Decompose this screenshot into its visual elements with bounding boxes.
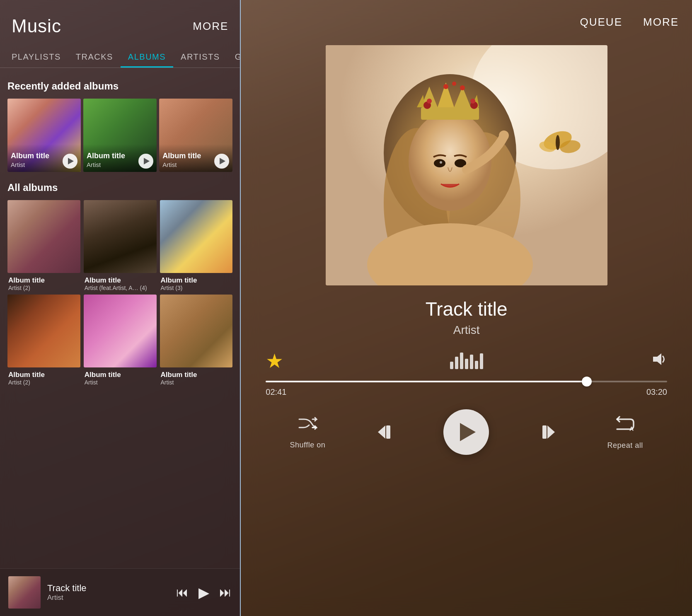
recent-album-3[interactable]: Album title Artist bbox=[159, 99, 232, 172]
time-row: 02:41 03:20 bbox=[266, 387, 667, 397]
svg-point-13 bbox=[443, 84, 448, 89]
album-8-artist: Artist bbox=[85, 379, 156, 386]
mini-player-thumb bbox=[8, 576, 41, 609]
playback-controls: Shuffle on bbox=[241, 401, 692, 467]
recent-album-1[interactable]: Album title Artist bbox=[7, 99, 81, 172]
album-art-container bbox=[241, 37, 692, 285]
album-7-name: Album title bbox=[8, 371, 80, 379]
vis-bar-3 bbox=[460, 353, 463, 369]
album-6-name: Album title bbox=[161, 276, 232, 285]
left-panel: Music MORE PLAYLISTS TRACKS ALBUMS ARTIS… bbox=[0, 0, 240, 616]
play-icon bbox=[460, 423, 476, 441]
svg-point-16 bbox=[434, 159, 445, 167]
shuffle-svg bbox=[298, 415, 317, 432]
vis-bar-4 bbox=[465, 359, 468, 369]
mini-track-artist: Artist bbox=[47, 594, 169, 602]
vis-bar-6 bbox=[475, 361, 478, 369]
progress-thumb bbox=[582, 377, 592, 387]
shuffle-icon bbox=[298, 415, 317, 437]
repeat-icon: A bbox=[615, 414, 636, 437]
album-art-svg bbox=[326, 45, 607, 285]
play-triangle-icon bbox=[220, 158, 225, 164]
vis-bar-1 bbox=[450, 362, 453, 369]
album-6-artist: Artist (3) bbox=[161, 285, 232, 291]
svg-point-26 bbox=[427, 99, 432, 104]
mini-prev-button[interactable]: ⏮ bbox=[176, 585, 189, 599]
svg-point-27 bbox=[470, 99, 475, 104]
album-7-artist: Artist (2) bbox=[8, 379, 80, 386]
shuffle-control[interactable]: Shuffle on bbox=[290, 415, 326, 449]
album-7[interactable]: Album title Artist (2) bbox=[7, 295, 80, 386]
albums-scroll-area: Recently added albums Album title Artist bbox=[0, 68, 240, 616]
play-triangle-icon bbox=[68, 158, 74, 164]
shuffle-label: Shuffle on bbox=[290, 441, 326, 449]
repeat-svg: A bbox=[615, 414, 636, 433]
play-pause-button[interactable] bbox=[443, 409, 489, 455]
vis-bar-5 bbox=[470, 355, 473, 369]
tab-playlists[interactable]: PLAYLISTS bbox=[4, 45, 68, 68]
right-panel: QUEUE MORE bbox=[241, 0, 692, 616]
next-button[interactable] bbox=[537, 421, 559, 443]
svg-rect-32 bbox=[542, 425, 547, 439]
right-more-button[interactable]: MORE bbox=[643, 16, 679, 29]
album-5-artist: Artist (feat.Artist, A… (4) bbox=[85, 285, 156, 291]
recent-section-title: Recently added albums bbox=[7, 80, 232, 92]
left-more-button[interactable]: MORE bbox=[193, 20, 228, 33]
svg-point-19 bbox=[499, 130, 509, 140]
progress-fill bbox=[266, 381, 587, 382]
svg-rect-30 bbox=[386, 425, 390, 439]
app-title: Music bbox=[12, 16, 61, 36]
album-4-name: Album title bbox=[8, 276, 80, 285]
svg-marker-29 bbox=[378, 425, 385, 439]
mini-track-title: Track title bbox=[47, 583, 169, 594]
progress-bar[interactable] bbox=[266, 381, 667, 382]
album-8[interactable]: Album title Artist bbox=[84, 295, 157, 386]
all-section-title: All albums bbox=[7, 182, 232, 193]
tab-albums[interactable]: ALBUMS bbox=[121, 45, 173, 68]
album-9[interactable]: Album title Artist bbox=[160, 295, 233, 386]
album-6[interactable]: Album title Artist (3) bbox=[160, 200, 233, 291]
prev-icon bbox=[374, 421, 395, 443]
album-art-background bbox=[326, 45, 607, 285]
recent-albums-grid: Album title Artist Album title Artist bbox=[7, 99, 232, 172]
repeat-control[interactable]: A Repeat all bbox=[607, 414, 643, 450]
recent-album-2[interactable]: Album title Artist bbox=[83, 99, 157, 172]
prev-button[interactable] bbox=[374, 421, 395, 443]
album-art-large bbox=[326, 45, 607, 285]
left-header: Music MORE bbox=[0, 0, 240, 45]
album-9-artist: Artist bbox=[161, 379, 232, 386]
mini-player: Track title Artist ⏮ ▶ ⏭ bbox=[0, 568, 240, 616]
current-time: 02:41 bbox=[266, 387, 286, 397]
svg-point-23 bbox=[556, 135, 560, 150]
all-albums-grid: Album title Artist (2) Album title Artis… bbox=[7, 200, 232, 386]
mini-play-button[interactable]: ▶ bbox=[198, 584, 209, 601]
play-triangle-icon bbox=[144, 158, 150, 164]
track-info: Track title Artist bbox=[241, 285, 692, 345]
svg-point-14 bbox=[452, 82, 456, 86]
svg-marker-31 bbox=[547, 425, 555, 439]
mini-next-button[interactable]: ⏭ bbox=[219, 585, 232, 599]
album-4[interactable]: Album title Artist (2) bbox=[7, 200, 80, 291]
svg-rect-7 bbox=[421, 107, 479, 120]
tab-artists[interactable]: ARTISTS bbox=[173, 45, 227, 68]
volume-icon[interactable] bbox=[650, 352, 667, 370]
album-5-name: Album title bbox=[85, 276, 156, 285]
volume-svg bbox=[650, 352, 667, 367]
favorite-star-icon[interactable]: ★ bbox=[266, 349, 283, 372]
tab-tracks[interactable]: TRACKS bbox=[68, 45, 121, 68]
vis-bar-7 bbox=[480, 353, 483, 369]
equalizer-icon[interactable] bbox=[450, 353, 483, 369]
now-playing-title: Track title bbox=[266, 298, 667, 320]
album-8-name: Album title bbox=[85, 371, 156, 379]
album-5[interactable]: Album title Artist (feat.Artist, A… (4) bbox=[84, 200, 157, 291]
tab-genres[interactable]: G bbox=[227, 45, 240, 68]
queue-button[interactable]: QUEUE bbox=[580, 16, 622, 29]
progress-section: 02:41 03:20 bbox=[241, 377, 692, 401]
recent-album-1-play[interactable] bbox=[63, 154, 77, 169]
svg-point-18 bbox=[440, 161, 442, 164]
now-playing-artist: Artist bbox=[266, 324, 667, 337]
next-icon bbox=[537, 421, 559, 443]
total-time: 03:20 bbox=[646, 387, 667, 397]
tab-bar: PLAYLISTS TRACKS ALBUMS ARTISTS G bbox=[0, 45, 240, 68]
right-header: QUEUE MORE bbox=[241, 0, 692, 37]
